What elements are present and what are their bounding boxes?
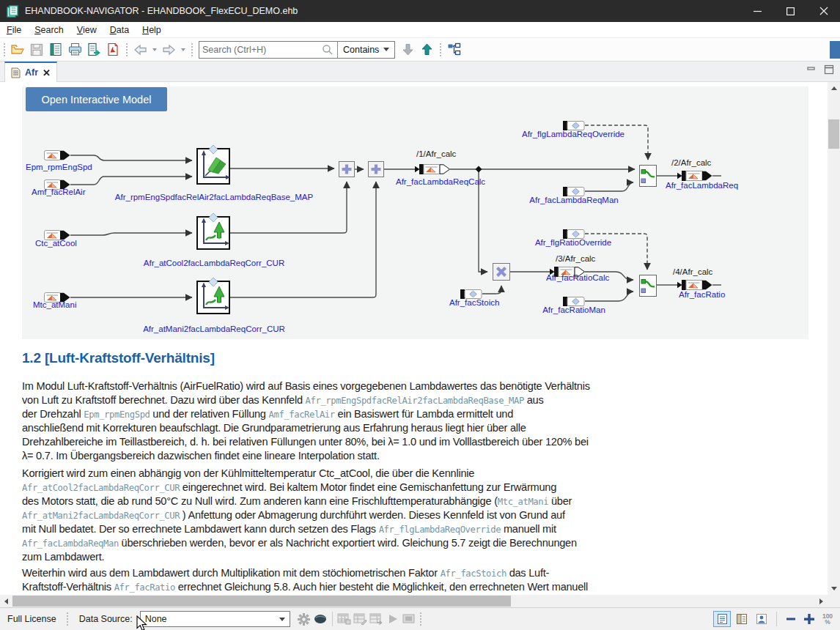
- label-cur-block-cool[interactable]: Afr_atCool2facLambdaReqCorr_CUR: [144, 259, 284, 267]
- calibration-matrix-export-button[interactable]: [369, 611, 385, 627]
- close-button[interactable]: [807, 0, 840, 22]
- app-logo-icon: [7, 5, 19, 18]
- switch-block-lambda[interactable]: [640, 166, 657, 187]
- export-pdf-button[interactable]: [103, 40, 122, 59]
- signal-fac-lambda-req-calc[interactable]: [415, 164, 450, 174]
- forward-arrow-icon: [162, 44, 176, 56]
- label-ctc[interactable]: Ctc_atCool: [35, 239, 77, 248]
- screen-button[interactable]: [401, 611, 417, 627]
- menu-help[interactable]: Help: [136, 23, 168, 37]
- label-flg-lambda-override[interactable]: Afr_flgLambdaReqOverride: [522, 130, 625, 138]
- tab-afr[interactable]: Afr ✕: [4, 62, 57, 82]
- zoom-in-icon: [803, 613, 815, 625]
- maximize-button[interactable]: [774, 0, 807, 22]
- label-fac-lambda-man[interactable]: Afr_facLambdaReqMan: [529, 196, 618, 204]
- scroll-up-button[interactable]: [828, 82, 840, 94]
- zoom-in-button[interactable]: [801, 611, 817, 627]
- search-mode-dropdown[interactable]: Contains: [338, 45, 394, 55]
- play-button[interactable]: [385, 611, 401, 627]
- tab-close-icon[interactable]: ✕: [43, 68, 51, 78]
- status-bar: Full License Data Source: None: [0, 607, 840, 630]
- screen-icon: [402, 614, 415, 624]
- label-mtc[interactable]: Mtc_atMani: [33, 300, 76, 309]
- diagram-wires: [70, 125, 721, 301]
- settings-button[interactable]: [296, 611, 312, 627]
- signal-fac-lambda-req-out[interactable]: [677, 171, 712, 181]
- vertical-scrollbar[interactable]: [828, 82, 840, 607]
- print-button[interactable]: [65, 40, 84, 59]
- split-view-button[interactable]: [733, 611, 751, 627]
- label-fac-ratio-calc[interactable]: Afr_facRatioCalc: [546, 273, 610, 282]
- label-fac-lambda-req-calc[interactable]: Afr_facLambdaReqCalc: [396, 177, 485, 186]
- calibration-matrix-button[interactable]: [336, 611, 353, 627]
- export-handbook-button[interactable]: [84, 40, 103, 59]
- toolbar-grip: [124, 42, 129, 58]
- menu-data[interactable]: Data: [103, 23, 136, 37]
- signal-fac-ratio-out[interactable]: [677, 280, 712, 290]
- label-fac-ratio-man[interactable]: Afr_facRatioMan: [542, 305, 605, 314]
- menu-file[interactable]: File: [0, 23, 28, 37]
- search-input[interactable]: [199, 42, 321, 57]
- horizontal-scrollbar-thumb[interactable]: [12, 596, 511, 607]
- menu-view[interactable]: View: [70, 23, 103, 37]
- vertical-scrollbar-thumb[interactable]: [828, 119, 839, 149]
- navigate-back-dropdown[interactable]: [150, 40, 159, 59]
- horizontal-scrollbar[interactable]: [0, 595, 828, 607]
- label-epm[interactable]: Epm_rpmEngSpd: [26, 163, 92, 171]
- label-fac-lambda-req[interactable]: Afr_facLambdaReq: [666, 181, 738, 190]
- plus-block-2[interactable]: [369, 162, 384, 177]
- map-block[interactable]: [197, 145, 230, 184]
- zoom-out-button[interactable]: [783, 611, 799, 627]
- arrow-down-icon: [402, 43, 413, 56]
- license-status: Full License: [0, 614, 64, 624]
- minimize-pane-icon[interactable]: [806, 64, 817, 75]
- show-in-structure-button[interactable]: [444, 40, 463, 59]
- minimize-button[interactable]: [741, 0, 774, 22]
- split-view-icon: [736, 613, 748, 625]
- scroll-down-button[interactable]: [828, 582, 840, 595]
- zoom-100-bottom: %: [822, 619, 833, 625]
- restore-pane-icon[interactable]: [824, 64, 834, 75]
- navigate-forward-button[interactable]: [159, 40, 178, 59]
- multiply-block[interactable]: [493, 264, 510, 281]
- navigate-forward-dropdown[interactable]: [178, 40, 188, 59]
- navigate-back-button[interactable]: [130, 40, 150, 59]
- ecu-device-button[interactable]: [312, 611, 328, 627]
- label-cur-block-mani[interactable]: Afr_atMani2facLambdaReqCorr_CUR: [143, 325, 285, 333]
- collapsed-panel-strip[interactable]: [830, 41, 840, 59]
- scroll-left-button[interactable]: [0, 595, 12, 607]
- search-box: Contains: [199, 41, 395, 59]
- calibration-matrix-edit-button[interactable]: [353, 611, 369, 627]
- search-icon: [321, 43, 334, 56]
- settings-gear-icon: [298, 613, 310, 626]
- back-arrow-icon: [133, 44, 147, 56]
- person-view-button[interactable]: [753, 611, 770, 627]
- data-source-dropdown[interactable]: None: [140, 611, 290, 627]
- switch-block-ratio[interactable]: [640, 275, 657, 297]
- save-button[interactable]: [27, 40, 46, 59]
- open-handbook-button[interactable]: [46, 40, 65, 59]
- chevron-down-icon: [181, 48, 185, 51]
- search-previous-button[interactable]: [417, 40, 436, 59]
- port-epm[interactable]: [45, 151, 70, 160]
- zoom-100-button[interactable]: 100 %: [819, 611, 836, 627]
- label-amf[interactable]: Amf_facRelAir: [32, 188, 86, 196]
- label-flg-ratio-override[interactable]: Afr_flgRatioOverride: [535, 238, 611, 247]
- label-path4: /4/Afr_calc: [673, 267, 713, 276]
- toolbar-grip: [189, 42, 194, 58]
- document-view-button[interactable]: [713, 611, 731, 627]
- label-map-block[interactable]: Afr_rpmEngSpdfacRelAir2facLambdaReqBase_…: [115, 193, 314, 201]
- plus-block-1[interactable]: [339, 162, 355, 177]
- cur-block-cool[interactable]: [197, 213, 229, 249]
- search-next-button[interactable]: [398, 40, 417, 59]
- label-fac-ratio[interactable]: Afr_facRatio: [679, 290, 725, 299]
- cur-block-mani[interactable]: [197, 278, 229, 314]
- open-button[interactable]: [8, 40, 27, 59]
- label-fac-stoich[interactable]: Afr_facStoich: [449, 298, 499, 307]
- chevron-down-icon: [383, 48, 389, 51]
- toolbar-grip: [1, 42, 7, 58]
- toolbar-grip: [438, 42, 443, 58]
- menu-search[interactable]: Search: [28, 23, 70, 37]
- scroll-right-button[interactable]: [815, 595, 828, 607]
- show-in-structure-icon: [447, 42, 461, 56]
